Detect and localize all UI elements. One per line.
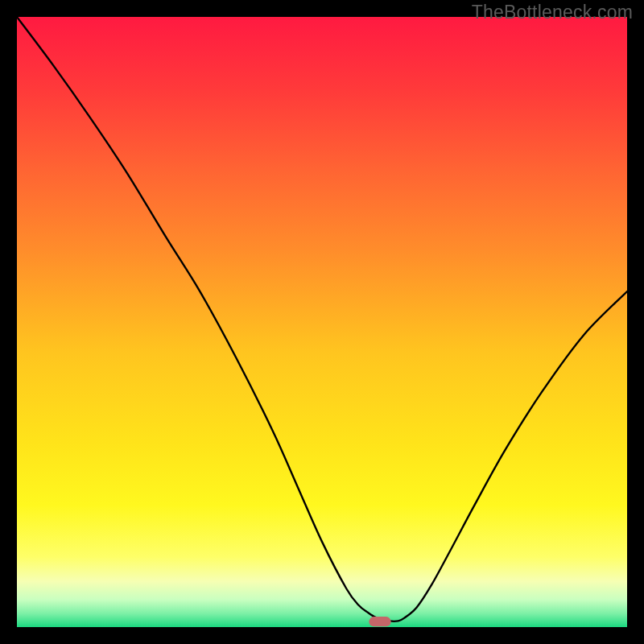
gradient-background [17,17,627,627]
chart-frame: TheBottleneck.com [0,0,644,644]
optimal-point-marker [369,617,390,626]
chart-plot-area [17,17,627,627]
watermark-text: TheBottleneck.com [472,2,633,23]
bottleneck-chart [17,17,627,627]
